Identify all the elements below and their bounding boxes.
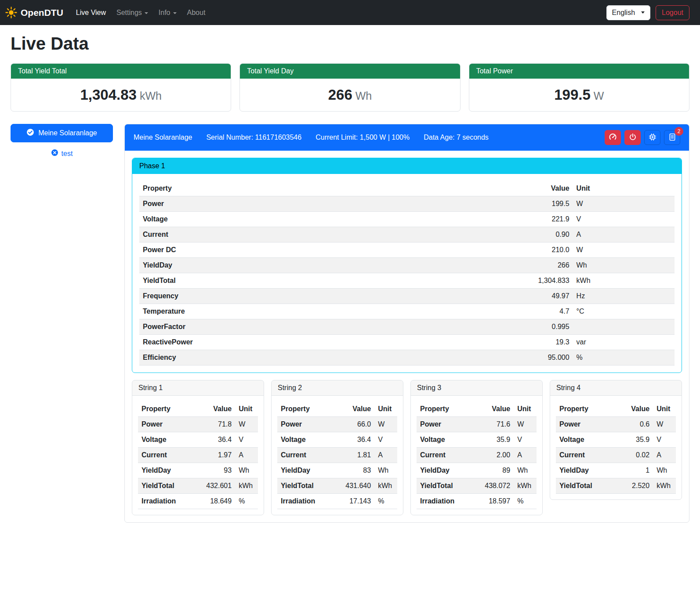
value-cell: 83: [332, 463, 374, 478]
string-table: PropertyValueUnitPower71.6WVoltage35.9VC…: [417, 402, 537, 509]
nav-item-about[interactable]: About: [182, 5, 210, 20]
string3-row-power: Power71.6W: [417, 417, 537, 432]
language-selected-value: English: [612, 9, 635, 17]
logout-button[interactable]: Logout: [656, 5, 689, 20]
summary-card: Total Yield Total1,304.83kWh: [11, 63, 231, 112]
unit-cell: W: [235, 417, 258, 432]
phase-row-yieldtotal: YieldTotal1,304.833kWh: [139, 273, 675, 289]
string1-row-irradiation: Irradiation18.649%: [138, 494, 258, 509]
property-cell: Power: [417, 417, 471, 432]
value-cell: 4.7: [399, 304, 573, 319]
string1-row-voltage: Voltage36.4V: [138, 432, 258, 448]
summary-card-body: 266Wh: [240, 79, 460, 111]
value-cell: 17.143: [332, 494, 374, 509]
string3-row-current: Current2.00A: [417, 448, 537, 463]
string1-row-yieldtotal: YieldTotal432.601kWh: [138, 478, 258, 494]
unit-cell: W: [374, 417, 397, 432]
power-toggle-button[interactable]: [624, 130, 641, 145]
property-cell: Voltage: [138, 432, 192, 448]
sidebar-item-meine-solaranlage[interactable]: Meine Solaranlage: [11, 124, 113, 142]
string1-col-value: Value: [192, 402, 235, 417]
value-cell: 0.90: [399, 227, 573, 242]
inverter-card: Meine Solaranlage Serial Number: 1161716…: [124, 124, 689, 523]
string1-col-property: Property: [138, 402, 192, 417]
unit-cell: kWh: [514, 478, 537, 494]
property-cell: YieldTotal: [417, 478, 471, 494]
event-log-button[interactable]: 2: [664, 130, 680, 145]
value-cell: 2.00: [471, 448, 514, 463]
summary-card-title: Total Power: [469, 64, 689, 79]
sidebar-item-test[interactable]: test: [51, 149, 73, 158]
value-cell: 432.601: [192, 478, 235, 494]
string2-col-value: Value: [332, 402, 374, 417]
page-title: Live Data: [11, 34, 689, 54]
value-cell: 93: [192, 463, 235, 478]
inverter-limit: Current Limit: 1,500 W | 100%: [316, 134, 410, 141]
string3-col-value: Value: [471, 402, 514, 417]
property-cell: Current: [277, 448, 332, 463]
summary-card-title: Total Yield Total: [11, 64, 231, 79]
property-cell: Voltage: [277, 432, 332, 448]
string3-row-irradiation: Irradiation18.597%: [417, 494, 537, 509]
phase-row-current: Current0.90A: [139, 227, 675, 242]
value-cell: 49.97: [399, 289, 573, 304]
property-cell: Irradiation: [138, 494, 192, 509]
string-table: PropertyValueUnitPower71.8WVoltage36.4VC…: [138, 402, 258, 509]
chevron-down-icon: [173, 12, 177, 14]
nav-item-live-view[interactable]: Live View: [71, 5, 111, 20]
power-icon: [629, 133, 637, 142]
inverter-body: Phase 1 PropertyValueUnitPower199.5WVolt…: [125, 151, 689, 522]
string3-col-property: Property: [417, 402, 471, 417]
value-cell: 18.649: [192, 494, 235, 509]
string-card-body: PropertyValueUnitPower71.8WVoltage36.4VC…: [132, 396, 264, 515]
property-cell: Temperature: [139, 304, 399, 319]
nav-item-settings[interactable]: Settings: [112, 5, 153, 20]
phase-row-powerfactor: PowerFactor0.995: [139, 319, 675, 335]
summary-value: 266: [328, 87, 352, 103]
value-cell: 1: [615, 463, 653, 478]
phase-row-temperature: Temperature4.7°C: [139, 304, 675, 319]
property-cell: Power DC: [139, 242, 399, 258]
property-cell: YieldTotal: [556, 478, 615, 494]
unit-cell: kWh: [653, 478, 676, 494]
property-cell: Efficiency: [139, 350, 399, 365]
language-select[interactable]: English: [606, 5, 650, 20]
chevron-down-icon: [641, 11, 645, 14]
value-cell: 0.6: [615, 417, 653, 432]
string2-row-yieldtotal: YieldTotal431.640kWh: [277, 478, 397, 494]
string2-row-power: Power66.0W: [277, 417, 397, 432]
value-cell: 35.9: [615, 432, 653, 448]
x-circle-icon: [51, 149, 58, 158]
nav-item-info[interactable]: Info: [154, 5, 181, 20]
cpu-icon: [649, 133, 656, 142]
property-cell: Voltage: [139, 212, 399, 227]
unit-cell: V: [514, 432, 537, 448]
string-card-body: PropertyValueUnitPower66.0WVoltage36.4VC…: [272, 396, 403, 515]
value-cell: 0.02: [615, 448, 653, 463]
summary-card-body: 199.5W: [469, 79, 689, 111]
property-cell: Voltage: [417, 432, 471, 448]
string2-header-row: PropertyValueUnit: [277, 402, 397, 417]
string1-row-current: Current1.97A: [138, 448, 258, 463]
inverter-header: Meine Solaranlage Serial Number: 1161716…: [125, 124, 689, 151]
property-cell: YieldDay: [138, 463, 192, 478]
brand[interactable]: OpenDTU: [5, 7, 63, 18]
unit-cell: var: [573, 335, 675, 350]
property-cell: Power: [277, 417, 332, 432]
value-cell: 18.597: [471, 494, 514, 509]
phase-body: PropertyValueUnitPower199.5WVoltage221.9…: [132, 174, 682, 373]
device-info-button[interactable]: [644, 130, 660, 145]
unit-cell: A: [374, 448, 397, 463]
string2-col-unit: Unit: [374, 402, 397, 417]
phase-row-efficiency: Efficiency95.000%: [139, 350, 675, 365]
unit-cell: Wh: [235, 463, 258, 478]
limit-settings-button[interactable]: [605, 130, 621, 145]
unit-cell: kWh: [573, 273, 675, 289]
unit-cell: W: [573, 242, 675, 258]
string2-row-current: Current1.81A: [277, 448, 397, 463]
string-card-1: String 1PropertyValueUnitPower71.8WVolta…: [132, 380, 264, 515]
chevron-down-icon: [145, 12, 148, 14]
phase-title: Phase 1: [132, 158, 682, 174]
summary-unit: kWh: [140, 90, 162, 102]
inverter-actions: 2: [605, 130, 680, 145]
